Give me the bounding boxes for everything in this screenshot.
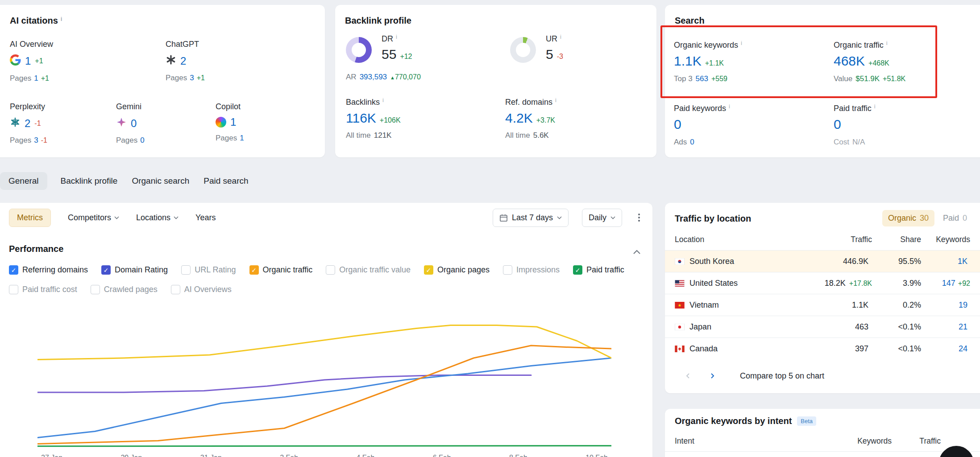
table-row-united-states[interactable]: United States 18.2K+17.8K 3.9% 147+92 — [665, 272, 980, 294]
share-value: 95.5% — [872, 257, 921, 266]
info-icon[interactable]: i — [560, 33, 561, 40]
tab-organic-search[interactable]: Organic search — [131, 172, 190, 190]
metric-checkbox-paid-traffic-cost[interactable]: Paid traffic cost — [9, 285, 77, 294]
checkbox-icon[interactable] — [424, 265, 433, 275]
metric-checkbox-url-rating[interactable]: URL Rating — [181, 265, 236, 275]
organic-toggle-button[interactable]: Organic30 — [882, 210, 934, 226]
overview-tabs: General Backlink profile Organic search … — [0, 172, 249, 190]
chevron-up-icon — [633, 250, 641, 255]
info-icon[interactable]: i — [61, 16, 62, 22]
next-page-button[interactable] — [704, 368, 720, 384]
x-axis-label: 27 Jan — [41, 454, 62, 457]
ai-citations-value[interactable]: 1 — [230, 117, 236, 128]
info-icon[interactable]: i — [396, 33, 397, 40]
pages-delta: -1 — [41, 136, 47, 144]
metric-checkbox-crawled-pages[interactable]: Crawled pages — [91, 285, 158, 294]
checkbox-icon[interactable] — [91, 285, 100, 294]
pages-value[interactable]: 1 — [240, 134, 244, 143]
checkbox-icon[interactable] — [9, 285, 18, 294]
metric-checkbox-ai-overviews[interactable]: AI Overviews — [171, 285, 232, 294]
ai-citations-value[interactable]: 2 — [180, 56, 186, 66]
organic-traffic-value[interactable]: 468K — [834, 54, 865, 68]
keywords-value[interactable]: 19 — [959, 301, 968, 310]
location-name[interactable]: Vietnam — [689, 301, 719, 310]
collapse-section-button[interactable] — [633, 247, 641, 257]
pages-value[interactable]: 3 — [34, 136, 38, 145]
pages-label: Pages — [10, 74, 31, 83]
ur-block: URi 5 -3 — [546, 33, 563, 61]
checkbox-icon[interactable] — [9, 265, 18, 275]
keywords-value[interactable]: 1K — [958, 257, 968, 266]
ai-citations-value[interactable]: 1 — [25, 56, 31, 66]
tab-paid-search[interactable]: Paid search — [203, 172, 249, 190]
checkbox-icon[interactable] — [171, 285, 180, 294]
ai-citations-value[interactable]: 0 — [131, 118, 137, 129]
granularity-dropdown[interactable]: Daily — [582, 209, 622, 227]
ref-domains-value[interactable]: 4.2K — [505, 111, 533, 125]
info-icon[interactable]: i — [886, 40, 888, 46]
backlinks-value[interactable]: 116K — [346, 111, 376, 125]
ar-value[interactable]: 393,593 — [360, 73, 387, 82]
paid-traffic-value[interactable]: 0 — [834, 118, 841, 131]
keywords-value[interactable]: 147 — [942, 279, 955, 288]
top3-value[interactable]: 563 — [696, 74, 708, 83]
compare-top5-link[interactable]: Compare top 5 on chart — [740, 371, 824, 381]
performance-line-chart[interactable] — [37, 299, 611, 455]
metric-checkbox-impressions[interactable]: Impressions — [503, 265, 560, 275]
info-icon[interactable]: i — [382, 97, 384, 103]
metric-label: Referring domains — [22, 265, 88, 275]
keywords-value[interactable]: 24 — [959, 344, 968, 354]
checkbox-icon[interactable] — [249, 265, 259, 275]
locations-dropdown[interactable]: Locations — [136, 213, 179, 222]
ads-value[interactable]: 0 — [690, 138, 694, 147]
paid-keywords-value[interactable]: 0 — [674, 118, 681, 131]
metric-checkbox-referring-domains[interactable]: Referring domains — [9, 265, 88, 275]
location-name[interactable]: United States — [689, 279, 738, 288]
keywords-by-intent-panel: Organic keywords by intent Beta Intent K… — [665, 409, 980, 457]
info-icon[interactable]: i — [741, 40, 742, 46]
tab-backlink-profile[interactable]: Backlink profile — [60, 172, 119, 190]
table-row-south-korea[interactable]: South Korea 446.9K 95.5% 1K — [665, 250, 980, 272]
metric-checkbox-organic-traffic-value[interactable]: Organic traffic value — [326, 265, 411, 275]
ai-source-label: Copilot — [216, 102, 314, 111]
metrics-filter-button[interactable]: Metrics — [9, 209, 51, 227]
location-name[interactable]: Japan — [689, 322, 711, 332]
tab-general[interactable]: General — [0, 172, 47, 190]
location-name[interactable]: Canada — [689, 344, 718, 354]
paid-toggle-button[interactable]: Paid0 — [937, 210, 973, 226]
value-amount[interactable]: $51.9K — [855, 74, 880, 83]
chart-line-domain-rating — [37, 375, 531, 393]
checkbox-icon[interactable] — [326, 265, 335, 275]
x-axis-label: 29 Jan — [120, 454, 142, 457]
metric-checkbox-paid-traffic[interactable]: Paid traffic — [573, 265, 624, 275]
table-row-canada[interactable]: Canada 397 <0.1% 24 — [665, 338, 980, 359]
date-range-dropdown[interactable]: Last 7 days — [493, 209, 569, 227]
metric-checkbox-domain-rating[interactable]: Domain Rating — [101, 265, 168, 275]
location-name[interactable]: South Korea — [689, 257, 734, 266]
checkbox-icon[interactable] — [503, 265, 512, 275]
paid-keywords-label: Paid keywords — [674, 104, 726, 113]
checkbox-icon[interactable] — [101, 265, 111, 275]
checkbox-icon[interactable] — [181, 265, 191, 275]
top3-label: Top 3 — [674, 74, 693, 83]
pages-value[interactable]: 1 — [34, 74, 38, 83]
traffic-value: 397 — [855, 344, 868, 354]
prev-page-button[interactable] — [680, 368, 696, 384]
pages-value[interactable]: 0 — [140, 136, 144, 145]
info-icon[interactable]: i — [729, 103, 730, 110]
competitors-dropdown[interactable]: Competitors — [68, 213, 119, 222]
x-axis-label: 4 Feb — [356, 454, 374, 457]
kebab-menu-icon[interactable] — [635, 211, 643, 224]
table-row-japan[interactable]: Japan 463 <0.1% 21 — [665, 316, 980, 338]
info-icon[interactable]: i — [555, 97, 556, 103]
checkbox-icon[interactable] — [573, 265, 582, 275]
metric-checkbox-organic-traffic[interactable]: Organic traffic — [249, 265, 313, 275]
pages-value[interactable]: 3 — [190, 74, 194, 82]
ai-citations-value[interactable]: 2 — [25, 118, 30, 129]
table-row-vietnam[interactable]: Vietnam 1.1K 0.2% 19 — [665, 294, 980, 316]
info-icon[interactable]: i — [874, 103, 876, 110]
organic-keywords-value[interactable]: 1.1K — [674, 54, 702, 68]
metric-checkbox-organic-pages[interactable]: Organic pages — [424, 265, 490, 275]
years-button[interactable]: Years — [195, 213, 216, 222]
keywords-value[interactable]: 21 — [959, 322, 968, 332]
